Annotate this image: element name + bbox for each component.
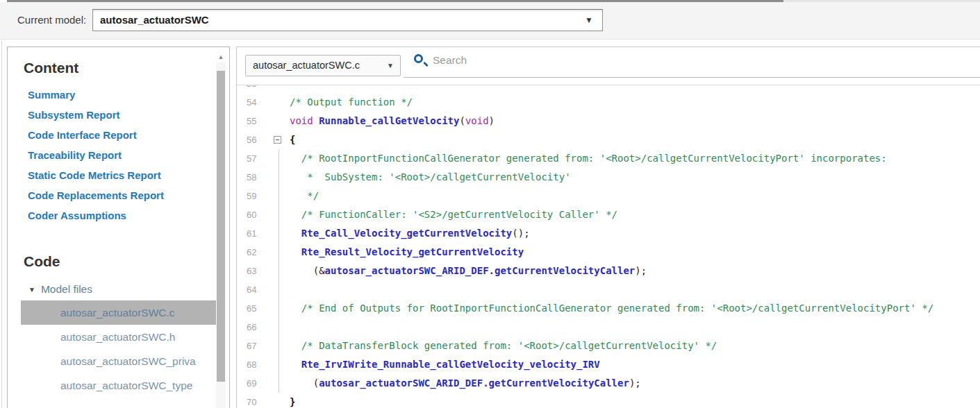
tree-group-model-files[interactable]: ▼Model files (28, 281, 229, 298)
code-text: /* DataTransferBlock generated from: '<R… (290, 337, 980, 355)
fold-column (272, 93, 290, 112)
sidebar-scrollbar[interactable]: ▲ (216, 51, 226, 408)
current-model-dropdown[interactable]: autosar_actuatorSWC ▼ (92, 9, 603, 31)
tree-file-item[interactable]: autosar_actuatorSWC.h (21, 325, 222, 349)
code-text: { (290, 130, 980, 149)
fold-column (272, 85, 290, 93)
content-link-code-interface-report[interactable]: Code Interface Report (28, 125, 229, 145)
file-selector-value: autosar_actuatorSWC.c (253, 56, 360, 76)
line-number: 53 (237, 85, 272, 93)
code-line-54: 54/* Output function */ (237, 93, 980, 112)
code-text (290, 318, 980, 337)
scrollbar-thumb[interactable] (217, 71, 225, 382)
content-link-coder-assumptions[interactable]: Coder Assumptions (28, 205, 229, 226)
code-viewer[interactable]: 5354/* Output function */55void Runnable… (237, 85, 980, 408)
code-text: * SubSystem: '<Root>/callgetCurrentVeloc… (290, 168, 980, 187)
caret-down-icon: ▼ (28, 282, 35, 298)
fold-guide-line (272, 355, 290, 374)
tree-file-item[interactable]: autosar_actuatorSWC_type (21, 373, 222, 398)
fold-guide-line (272, 149, 290, 168)
tree-file-item[interactable]: autosar_actuatorSWC_priva (21, 349, 222, 373)
line-number: 65 (237, 299, 272, 318)
content-heading: Content (24, 60, 229, 76)
code-text: /* End of Outputs for RootInportFunction… (290, 299, 980, 318)
code-line-69: 69 (autosar_actuatorSWC_ARID_DEF.getCurr… (237, 374, 980, 393)
code-text (290, 280, 980, 299)
file-selector-dropdown[interactable]: autosar_actuatorSWC.c ▼ (245, 55, 401, 76)
line-number: 68 (237, 355, 272, 374)
code-text: */ (290, 187, 980, 205)
code-text: void Runnable_callGetVelocity(void) (290, 112, 980, 130)
code-text: Rte_Call_Velocity_getCurrentVelocity(); (290, 224, 980, 243)
code-text: /* RootInportFunctionCallGenerator gener… (290, 149, 980, 168)
content-links-list: SummarySubsystem ReportCode Interface Re… (8, 85, 229, 226)
file-selector-arrow-icon: ▼ (387, 62, 394, 69)
scrollbar-up-arrow-icon[interactable]: ▲ (216, 51, 226, 62)
line-number: 55 (237, 112, 272, 130)
content-link-code-replacements-report[interactable]: Code Replacements Report (28, 185, 229, 205)
code-line-62: 62 Rte_Result_Velocity_getCurrentVelocit… (237, 243, 980, 262)
code-line-63: 63 (&autosar_actuatorSWC_ARID_DEF.getCur… (237, 262, 980, 280)
code-line-58: 58 * SubSystem: '<Root>/callgetCurrentVe… (237, 168, 980, 187)
code-line-59: 59 */ (237, 187, 980, 205)
code-line-55: 55void Runnable_callGetVelocity(void) (237, 112, 980, 130)
model-files-list: autosar_actuatorSWC.cautosar_actuatorSWC… (8, 300, 229, 398)
code-line-65: 65 /* End of Outputs for RootInportFunct… (237, 299, 980, 318)
fold-column (272, 393, 290, 408)
fold-guide-line (272, 280, 290, 299)
code-line-60: 60 /* FunctionCaller: '<S2>/getCurrentVe… (237, 205, 980, 224)
content-link-summary[interactable]: Summary (28, 85, 229, 105)
code-line-68: 68 Rte_IrvIWrite_Runnable_callGetVelocit… (237, 355, 980, 374)
line-number: 67 (237, 337, 272, 355)
fold-guide-line (272, 205, 290, 224)
code-line-66: 66 (237, 318, 980, 337)
page-left-border (1, 40, 2, 408)
current-model-label: Current model: (17, 14, 86, 26)
content-link-traceability-report[interactable]: Traceability Report (28, 145, 229, 165)
line-number: 56 (237, 130, 272, 149)
fold-guide-line (272, 262, 290, 280)
line-number: 64 (237, 280, 272, 299)
code-line-67: 67 /* DataTransferBlock generated from: … (237, 337, 980, 355)
collapse-minus-icon[interactable] (274, 136, 281, 144)
fold-guide-line (272, 374, 290, 393)
fold-column (272, 130, 290, 149)
current-model-bar: Current model: autosar_actuatorSWC ▼ (0, 2, 980, 40)
line-number: 62 (237, 243, 272, 262)
line-number: 61 (237, 224, 272, 243)
line-number: 58 (237, 168, 272, 187)
line-number: 66 (237, 318, 272, 337)
code-report-pane: autosar_actuatorSWC.c ▼ Search 5354/* Ou… (236, 46, 980, 408)
code-text: /* FunctionCaller: '<S2>/getCurrentVeloc… (290, 205, 980, 224)
fold-guide-line (272, 318, 290, 337)
line-number: 54 (237, 93, 272, 112)
line-number: 59 (237, 187, 272, 205)
code-text: (autosar_actuatorSWC_ARID_DEF.getCurrent… (290, 374, 980, 393)
search-placeholder: Search (433, 54, 467, 67)
line-number: 60 (237, 205, 272, 224)
fold-guide-line (272, 187, 290, 205)
code-line-61: 61 Rte_Call_Velocity_getCurrentVelocity(… (237, 224, 980, 243)
tree-file-item[interactable]: autosar_actuatorSWC.c (21, 300, 222, 325)
current-model-value: autosar_actuatorSWC (100, 10, 209, 31)
search-icon (413, 53, 429, 69)
dropdown-arrow-icon: ▼ (585, 15, 593, 25)
content-link-static-code-metrics-report[interactable]: Static Code Metrics Report (28, 165, 229, 185)
fold-column (272, 112, 290, 130)
fold-guide-line (272, 299, 290, 318)
code-text (290, 85, 980, 93)
code-line-64: 64 (237, 280, 980, 299)
search-input[interactable]: Search (404, 47, 980, 78)
line-number: 57 (237, 149, 272, 168)
content-link-subsystem-report[interactable]: Subsystem Report (28, 105, 229, 125)
code-text: } (290, 393, 980, 408)
fold-guide-line (272, 337, 290, 355)
code-toolbar: autosar_actuatorSWC.c ▼ Search (237, 47, 980, 85)
line-number: 63 (237, 262, 272, 280)
code-line-53: 53 (237, 85, 980, 93)
code-heading: Code (24, 253, 229, 270)
code-line-70: 70} (237, 393, 980, 408)
fold-guide-line (272, 168, 290, 187)
code-lines: 5354/* Output function */55void Runnable… (237, 85, 980, 408)
report-navigation-sidebar: Content SummarySubsystem ReportCode Inte… (7, 46, 230, 408)
